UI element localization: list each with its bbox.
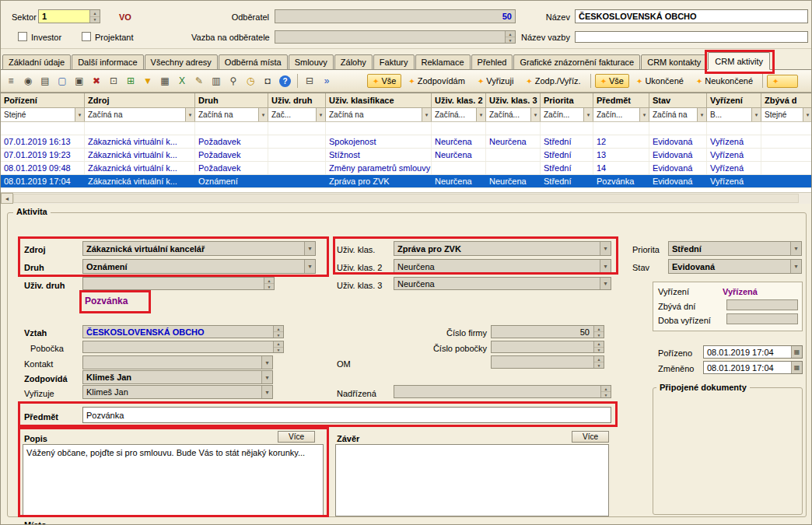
tab-základní-údaje[interactable]: Základní údaje (2, 54, 71, 70)
camera-icon[interactable]: ◘ (260, 73, 275, 89)
column-header-uživ-klasifikace[interactable]: Uživ. klasifikace (326, 93, 432, 107)
zmeneno-field[interactable]: 08.01.2019 17:04 ▦ (703, 361, 803, 374)
delete-record-icon[interactable]: ✖ (89, 73, 104, 89)
tab-všechny-adresy[interactable]: Všechny adresy (145, 54, 218, 70)
filter-dropdown-arrow-icon[interactable]: ▾ (316, 108, 325, 121)
filter-dropdown-arrow-icon[interactable]: ▾ (476, 108, 485, 121)
popis-more-button[interactable]: Více (278, 431, 315, 443)
zbyva-dni-field[interactable] (726, 299, 798, 310)
nazev-field[interactable]: ČESKOSLOVENSKÁ OBCHO (575, 9, 808, 23)
spinner-icon[interactable]: ▲▼ (593, 326, 604, 338)
vztah-field[interactable]: ČESKOSLOVENSKÁ OBCHO ▲▼ (82, 325, 284, 338)
grid-row-2[interactable]: 08.01.2019 09:48Zákaznická virtuální k..… (1, 162, 812, 175)
uziv-klas-combo[interactable]: Zpráva pro ZVK ▾ (394, 241, 611, 256)
tab-smlouvy[interactable]: Smlouvy (289, 54, 334, 70)
odberatel-field[interactable]: 50 (275, 9, 516, 23)
column-header-zdroj[interactable]: Zdroj (85, 93, 195, 107)
column-header-uživ-druh[interactable]: Uživ. druh (268, 93, 326, 107)
filter-button-zodpovídám-1[interactable]: ✦Zodpovídám (403, 74, 471, 88)
calendar-icon[interactable]: ▦ (791, 346, 802, 358)
columns-icon[interactable]: ▤ (37, 73, 53, 89)
filter-dropdown-arrow-icon[interactable]: ▾ (185, 108, 194, 121)
copy-record-icon[interactable]: ▣ (72, 73, 87, 89)
filter-cell-7[interactable]: Začín...▾ (541, 108, 593, 121)
column-header-priorita[interactable]: Priorita (541, 93, 593, 107)
filter-cell-11[interactable]: Stejné▾ (761, 108, 812, 121)
history-icon[interactable]: ◷ (243, 73, 258, 89)
column-header-pořízení[interactable]: Pořízení (1, 93, 85, 107)
grid-row-0[interactable]: 07.01.2019 16:13Zákaznická virtuální k..… (1, 135, 812, 149)
excel-export-icon[interactable]: X (174, 73, 190, 89)
vazba-field[interactable]: ▲▼ (275, 30, 516, 44)
filter-cell-9[interactable]: Začíná na▾ (649, 108, 707, 121)
help-icon[interactable]: ? (279, 75, 291, 87)
column-header-předmět[interactable]: Předmět (593, 93, 649, 107)
table-view-icon[interactable]: ▦ (157, 73, 173, 89)
filter-dropdown-arrow-icon[interactable]: ▾ (530, 108, 540, 121)
spinner-icon[interactable]: ▲▼ (593, 356, 604, 368)
druh-combo[interactable]: Oznámení ▾ (82, 259, 316, 274)
spinner-icon[interactable]: ▲▼ (600, 386, 611, 397)
list-view-icon[interactable]: ≡ (3, 73, 19, 89)
vyrizuje-combo[interactable]: Klimeš Jan ▾ (82, 385, 273, 399)
tab-přehled[interactable]: Přehled (471, 54, 513, 70)
filter-button-zodp-vyříz-3[interactable]: ✦Zodp./Vyříz. (520, 74, 586, 88)
filter-dropdown-arrow-icon[interactable]: ▾ (75, 108, 84, 121)
grid-empty-row[interactable] (1, 122, 812, 135)
spinner-icon[interactable]: ▲▼ (273, 341, 283, 352)
scroll-thumb[interactable] (13, 194, 799, 203)
popis-textarea[interactable]: Vážený občane, pojďte si pro smlouvu. Bu… (23, 444, 324, 516)
zaver-textarea[interactable] (335, 444, 609, 516)
kontakt-combo[interactable]: ▾ (82, 355, 273, 369)
projektant-checkbox[interactable] (82, 32, 91, 41)
sektor-input[interactable]: 1 ▲▼ (38, 9, 100, 23)
filter-cell-5[interactable]: Začíná...▾ (432, 108, 486, 121)
zodpovida-combo[interactable]: Klimeš Jan ▾ (82, 370, 273, 384)
tab-crm-aktivity[interactable]: CRM aktivity (708, 52, 770, 70)
filter-dropdown-arrow-icon[interactable]: ▾ (639, 108, 649, 121)
filter-cell-10[interactable]: B...▾ (707, 108, 761, 121)
column-header-zbývá-d[interactable]: Zbývá d (761, 93, 812, 107)
preview-icon[interactable]: ◉ (20, 73, 36, 89)
dropdown-arrow-icon[interactable]: ▾ (261, 371, 272, 383)
tab-zálohy[interactable]: Zálohy (334, 54, 373, 70)
filter-cell-8[interactable]: Začín...▾ (593, 108, 649, 121)
cislo-pobocky-field[interactable]: ▲▼ (491, 341, 604, 353)
grid-row-3[interactable]: 08.01.2019 17:04Zákaznická virtuální k..… (1, 175, 812, 188)
filter-cell-6[interactable]: Začíná...▾ (486, 108, 541, 121)
porizeno-field[interactable]: 08.01.2019 17:04 ▦ (703, 345, 803, 359)
tab-grafické-znázornění-fakturace[interactable]: Grafické znázornění fakturace (513, 54, 640, 70)
duplicate-icon[interactable]: ⊡ (106, 73, 121, 89)
edit-form-icon[interactable]: ✎ (191, 73, 207, 89)
new-record-icon[interactable]: ▢ (54, 73, 70, 89)
tab-odběrná-místa[interactable]: Odběrná místa (219, 54, 288, 70)
filter-cell-3[interactable]: Zač...▾ (268, 108, 326, 121)
filter-dropdown-arrow-icon[interactable]: ▾ (751, 108, 761, 121)
dropdown-arrow-icon[interactable]: ▾ (600, 260, 611, 273)
dropdown-arrow-icon[interactable]: ▾ (261, 386, 272, 398)
dropdown-arrow-icon[interactable]: ▾ (600, 242, 611, 255)
spinner-icon[interactable]: ▲▼ (264, 278, 274, 289)
horizontal-scrollbar[interactable]: ◄ (1, 192, 812, 204)
dropdown-arrow-icon[interactable]: ▾ (304, 242, 315, 255)
dropdown-arrow-icon[interactable]: ▾ (600, 278, 611, 289)
uziv-klas3-combo[interactable]: Neurčena ▾ (394, 277, 611, 290)
uziv-klas2-combo[interactable]: Neurčena ▾ (394, 259, 611, 274)
stav-combo[interactable]: Evidovaná ▾ (668, 259, 802, 274)
insert-grid-icon[interactable]: ⊞ (123, 73, 138, 89)
filter-button-neukončené-6[interactable]: ✦Neukončené (691, 74, 758, 88)
column-header-druh[interactable]: Druh (195, 93, 268, 107)
filter-cell-1[interactable]: Začíná na▾ (85, 108, 195, 121)
tab-reklamace[interactable]: Reklamace (415, 54, 471, 70)
dropdown-arrow-icon[interactable]: ▾ (261, 356, 272, 369)
cislo-firmy-field[interactable]: 50 ▲▼ (491, 325, 604, 338)
print-list-icon[interactable]: ▥ (208, 73, 224, 89)
print-icon[interactable]: ⊟ (302, 73, 317, 89)
zdroj-combo[interactable]: Zákaznická virtuální kancelář ▾ (82, 241, 316, 256)
spinner-icon[interactable]: ▲▼ (273, 326, 283, 338)
priorita-combo[interactable]: Střední ▾ (668, 241, 802, 256)
scroll-left-icon[interactable]: ◄ (1, 193, 13, 204)
column-header-uživ-klas-3[interactable]: Uživ. klas. 3 (486, 93, 541, 107)
filter-button-vše-0[interactable]: ✦Vše (367, 74, 401, 88)
filter-dropdown-arrow-icon[interactable]: ▾ (583, 108, 593, 121)
